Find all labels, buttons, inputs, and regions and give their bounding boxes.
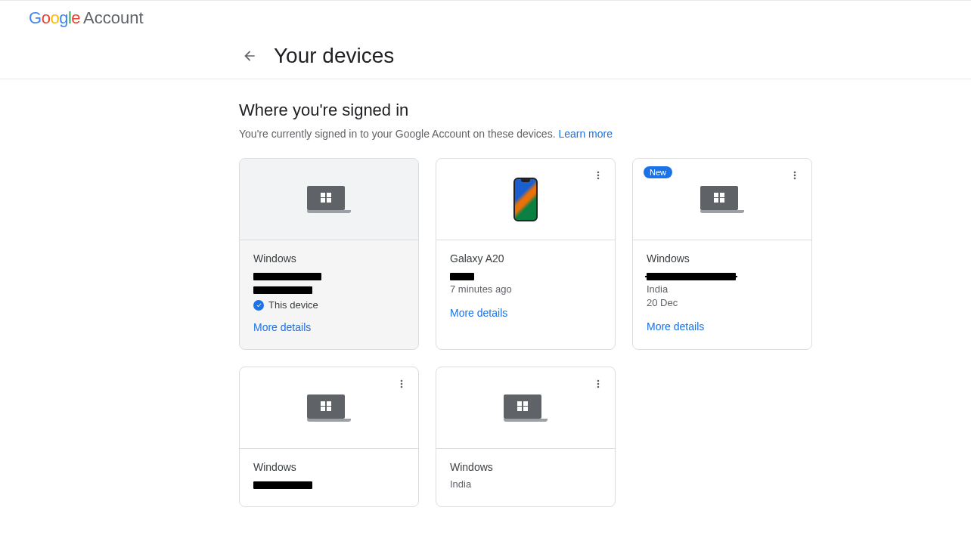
account-label: Account (83, 8, 144, 28)
device-name: Windows (450, 461, 601, 473)
windows-laptop-icon (700, 186, 744, 213)
device-location: India (647, 283, 798, 296)
windows-laptop-icon (307, 186, 351, 213)
phone-icon (513, 178, 538, 221)
device-illustration (240, 367, 418, 449)
device-location (253, 283, 405, 296)
more-details-link[interactable]: More details (647, 320, 704, 333)
device-illustration (240, 159, 418, 240)
more-details-link[interactable]: More details (450, 307, 507, 319)
google-account-logo[interactable]: Google Account (29, 8, 144, 28)
device-date: 20 Dec (647, 296, 798, 310)
device-model (647, 269, 798, 283)
windows-laptop-icon (504, 394, 548, 422)
section-title: Where you're signed in (239, 101, 824, 120)
device-name: Windows (253, 252, 405, 265)
this-device-label: This device (268, 299, 318, 311)
device-location: India (450, 478, 601, 491)
section-desc-text: You're currently signed in to your Googl… (239, 128, 558, 140)
new-badge: New (644, 166, 672, 178)
device-time: 7 minutes ago (450, 283, 601, 296)
more-menu-icon[interactable] (592, 169, 604, 184)
check-badge-icon (253, 300, 264, 311)
device-card[interactable]: Galaxy A20 7 minutes ago More details (436, 158, 616, 350)
device-card[interactable]: Windows (239, 367, 419, 507)
app-header: Google Account (0, 1, 971, 36)
device-card[interactable]: Windows India (436, 367, 616, 507)
device-card[interactable]: Windows This device More details (239, 158, 419, 350)
device-name: Galaxy A20 (450, 252, 601, 265)
device-name: Windows (253, 461, 405, 473)
device-illustration (436, 367, 615, 449)
windows-laptop-icon (307, 394, 351, 422)
device-name: Windows (647, 252, 798, 265)
page-title: Your devices (274, 44, 394, 68)
google-logo: Google (29, 8, 80, 28)
more-details-link[interactable]: More details (253, 321, 311, 333)
learn-more-link[interactable]: Learn more (558, 128, 613, 140)
device-card[interactable]: New Windows India 20 Dec More details (632, 158, 812, 350)
device-location (253, 478, 405, 491)
device-model (253, 269, 405, 283)
device-illustration: New (633, 159, 811, 240)
devices-grid: Windows This device More details (239, 158, 824, 507)
device-location (450, 269, 601, 283)
section-description: You're currently signed in to your Googl… (239, 128, 824, 140)
device-illustration (436, 159, 615, 240)
back-arrow-icon[interactable] (239, 45, 260, 67)
this-device-indicator: This device (253, 299, 405, 311)
more-menu-icon[interactable] (789, 169, 801, 184)
page-toolbar: Your devices (0, 36, 971, 79)
more-menu-icon[interactable] (396, 378, 408, 393)
main-content: Where you're signed in You're currently … (0, 79, 824, 507)
more-menu-icon[interactable] (592, 378, 604, 393)
